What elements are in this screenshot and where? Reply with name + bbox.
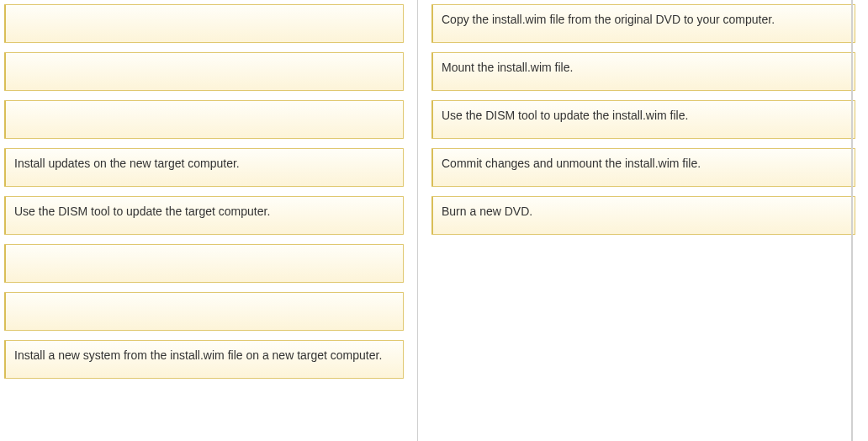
list-item[interactable]: Install updates on the new target comput…	[4, 148, 404, 187]
list-item[interactable]	[4, 244, 404, 283]
list-item-label: Mount the install.wim file.	[442, 60, 573, 77]
list-item[interactable]	[4, 52, 404, 91]
list-item[interactable]: Mount the install.wim file.	[431, 52, 855, 91]
list-item-label: Use the DISM tool to update the install.…	[442, 108, 688, 125]
list-item-label: Install updates on the new target comput…	[14, 156, 240, 173]
list-item[interactable]: Copy the install.wim file from the origi…	[431, 4, 855, 43]
source-list: Install updates on the new target comput…	[0, 0, 412, 441]
list-item-label: Copy the install.wim file from the origi…	[442, 12, 775, 29]
list-item-label: Commit changes and unmount the install.w…	[442, 156, 701, 173]
list-item-label: Install a new system from the install.wi…	[14, 348, 382, 364]
list-item[interactable]: Use the DISM tool to update the target c…	[4, 196, 404, 235]
list-item-label: Burn a new DVD.	[442, 204, 532, 220]
list-item-label: Use the DISM tool to update the target c…	[14, 204, 270, 220]
target-list: Copy the install.wim file from the origi…	[423, 0, 868, 441]
list-item[interactable]: Commit changes and unmount the install.w…	[431, 148, 855, 187]
list-item[interactable]: Use the DISM tool to update the install.…	[431, 100, 855, 139]
right-edge-line	[851, 0, 853, 441]
list-item[interactable]	[4, 292, 404, 331]
column-divider	[417, 0, 418, 441]
list-item[interactable]: Install a new system from the install.wi…	[4, 340, 404, 379]
list-item[interactable]	[4, 4, 404, 43]
list-item[interactable]: Burn a new DVD.	[431, 196, 855, 235]
list-item[interactable]	[4, 100, 404, 139]
